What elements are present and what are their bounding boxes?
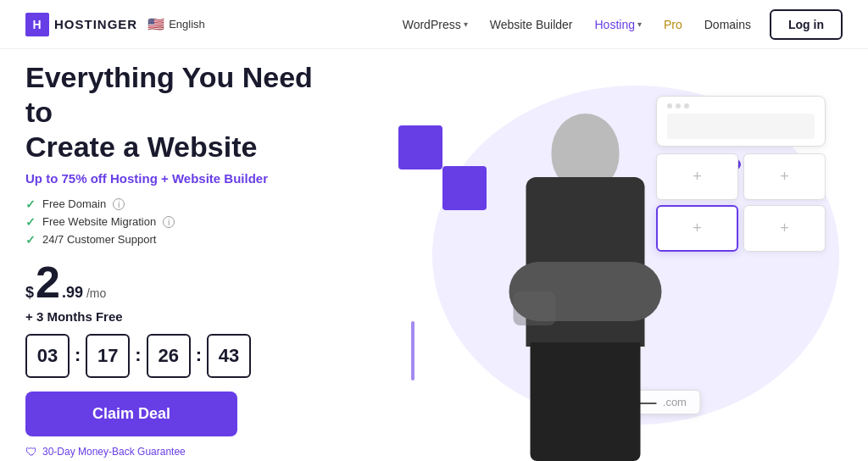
- guarantee-section: 🛡 30-Day Money-Back Guarantee: [25, 445, 348, 458]
- nav-item-website-builder[interactable]: Website Builder: [481, 13, 581, 36]
- flag-icon: 🇺🇸: [147, 16, 164, 32]
- main-nav: WordPress ▾ Website Builder Hosting ▾ Pr…: [394, 9, 843, 40]
- browser-dot: [684, 103, 689, 108]
- nav-item-wordpress[interactable]: WordPress ▾: [394, 13, 476, 36]
- nav-item-hosting[interactable]: Hosting ▾: [586, 13, 649, 36]
- check-icon: ✓: [25, 215, 36, 229]
- guarantee-label: 30-Day Money-Back Guarantee: [42, 446, 186, 458]
- hero-illustration: + + + + www. .com: [348, 49, 843, 461]
- browser-content: [667, 114, 815, 139]
- price-line: $ 2 .99 /mo: [25, 260, 348, 304]
- free-months: + 3 Months Free: [25, 309, 348, 324]
- price-section: $ 2 .99 /mo: [25, 260, 348, 304]
- countdown-seconds: 26: [147, 334, 191, 378]
- nav-item-pro[interactable]: Pro: [655, 13, 691, 36]
- browser-dot: [667, 103, 672, 108]
- shield-icon: 🛡: [25, 445, 37, 458]
- info-icon[interactable]: i: [113, 198, 125, 210]
- login-button[interactable]: Log in: [770, 9, 843, 40]
- features-list: ✓ Free Domain i ✓ Free Website Migration…: [25, 197, 348, 247]
- widget-2: +: [743, 153, 826, 200]
- hero-subtitle: Up to 75% off Hosting + Website Builder: [25, 171, 348, 186]
- nav-item-domains[interactable]: Domains: [696, 13, 760, 36]
- logo-icon: H: [25, 13, 49, 36]
- price-whole: 2: [36, 260, 60, 304]
- logo-text: HOSTINGER: [54, 17, 137, 31]
- hero-title: Everything You Need to Create a Website: [25, 60, 348, 164]
- browser-dots: [667, 103, 815, 108]
- language-label: English: [169, 18, 205, 31]
- info-icon[interactable]: i: [163, 216, 175, 228]
- countdown-sep: :: [75, 344, 81, 366]
- purple-block-top: [398, 125, 442, 169]
- logo[interactable]: H HOSTINGER: [25, 13, 137, 36]
- person-illustration: [488, 114, 683, 461]
- hero-left: Everything You Need to Create a Website …: [25, 52, 348, 458]
- price-dollar: $: [25, 284, 34, 302]
- price-period: /mo: [86, 286, 106, 300]
- header: H HOSTINGER 🇺🇸 English WordPress ▾ Websi…: [0, 0, 868, 49]
- price-decimal: .99: [62, 284, 83, 302]
- countdown-sep: :: [196, 344, 202, 366]
- purple-block-bottom: [442, 166, 487, 210]
- countdown-frames: 43: [207, 334, 251, 378]
- feature-free-domain: ✓ Free Domain i: [25, 197, 348, 211]
- claim-deal-button[interactable]: Claim Deal: [25, 392, 237, 436]
- check-icon: ✓: [25, 197, 36, 211]
- browser-dot: [676, 103, 681, 108]
- feature-support: ✓ 24/7 Customer Support: [25, 233, 348, 247]
- language-selector[interactable]: 🇺🇸 English: [147, 16, 205, 32]
- purple-blocks: [398, 125, 487, 210]
- countdown-sep: :: [135, 344, 141, 366]
- countdown-timer: 03 : 17 : 26 : 43: [25, 334, 348, 378]
- check-icon: ✓: [25, 233, 36, 247]
- feature-migration: ✓ Free Website Migration i: [25, 215, 348, 229]
- discount-highlight: 75%: [62, 171, 87, 186]
- accent-line: [411, 321, 415, 380]
- chevron-down-icon: ▾: [464, 19, 468, 29]
- header-left: H HOSTINGER 🇺🇸 English: [25, 13, 205, 36]
- main-content: Everything You Need to Create a Website …: [0, 49, 868, 461]
- countdown-hours: 03: [25, 334, 70, 378]
- chevron-down-icon: ▾: [637, 19, 642, 29]
- widget-3: +: [743, 205, 826, 252]
- countdown-minutes: 17: [86, 334, 130, 378]
